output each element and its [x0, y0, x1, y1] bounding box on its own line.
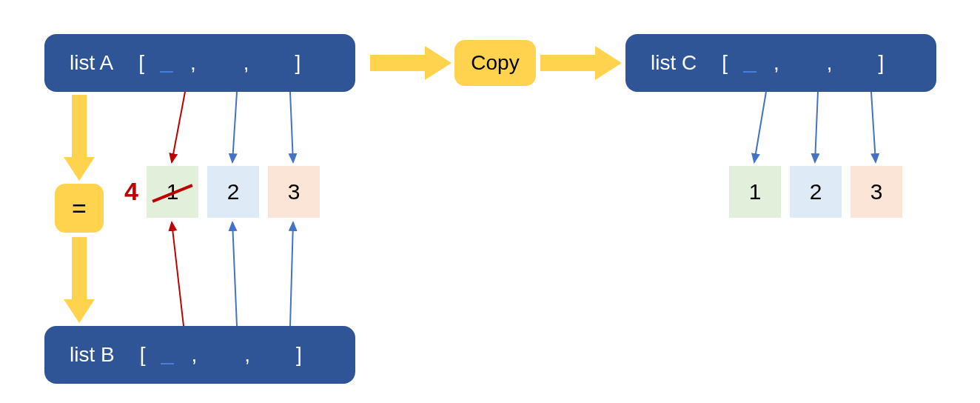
- list-b-open: [: [140, 343, 146, 367]
- list-b-close: ]: [296, 343, 302, 367]
- list-b-sep-1: ,: [191, 343, 197, 367]
- yellow-arrow-a-equals-icon: [64, 95, 95, 181]
- svg-marker-2: [64, 95, 95, 181]
- copy-cell-2: 2: [790, 166, 842, 218]
- list-a-slot-1: [146, 51, 187, 75]
- list-c-slot-3: [836, 51, 877, 75]
- shared-cell-3: 3: [268, 166, 320, 218]
- list-b-sep-2: ,: [244, 343, 250, 367]
- list-b-slot-3: [253, 343, 295, 367]
- list-a-sep-1: ,: [190, 51, 196, 75]
- yellow-arrow-right-icon: [540, 43, 622, 83]
- list-a-sep-2: ,: [244, 51, 249, 75]
- svg-line-4: [172, 92, 185, 162]
- list-c-open: [: [722, 51, 728, 75]
- svg-line-5: [232, 92, 237, 162]
- svg-line-12: [871, 92, 876, 162]
- shared-cell-1-old: 1: [167, 179, 179, 204]
- copy-op: Copy: [454, 40, 536, 86]
- list-c-label: list C: [651, 51, 697, 75]
- shared-cell-1-new: 4: [124, 177, 138, 206]
- svg-line-8: [232, 222, 237, 326]
- list-c-sep-1: ,: [773, 51, 779, 75]
- list-b-slot-1: [147, 343, 188, 367]
- copy-cell-3: 3: [850, 166, 902, 218]
- list-b-label: list B: [70, 343, 115, 367]
- svg-line-10: [754, 92, 766, 162]
- svg-line-6: [290, 92, 293, 162]
- list-b-slot-2: [200, 343, 241, 367]
- list-a-slot-2: [199, 51, 241, 75]
- list-a-box: list A [ , , ]: [44, 34, 355, 92]
- list-a-close: ]: [295, 51, 301, 75]
- equals-op: =: [55, 184, 104, 233]
- svg-line-11: [815, 92, 818, 162]
- svg-marker-0: [370, 46, 452, 80]
- copy-cell-1: 1: [729, 166, 781, 218]
- svg-line-9: [290, 222, 293, 326]
- list-b-box: list B [ , , ]: [44, 326, 355, 384]
- list-c-box: list C [ , , ]: [625, 34, 936, 92]
- svg-marker-3: [64, 237, 95, 323]
- list-c-close: ]: [879, 51, 885, 75]
- list-c-sep-2: ,: [827, 51, 833, 75]
- svg-marker-1: [540, 46, 622, 80]
- list-c-slot-2: [782, 51, 824, 75]
- list-a-label: list A: [70, 51, 113, 75]
- shared-cell-1: 1: [147, 166, 198, 218]
- list-a-slot-3: [252, 51, 293, 75]
- yellow-arrow-equals-b-icon: [64, 237, 95, 323]
- list-c-slot-1: [729, 51, 771, 75]
- yellow-arrow-left-icon: [370, 43, 452, 83]
- list-a-open: [: [138, 51, 144, 75]
- svg-line-7: [172, 222, 184, 326]
- shared-cell-2: 2: [207, 166, 259, 218]
